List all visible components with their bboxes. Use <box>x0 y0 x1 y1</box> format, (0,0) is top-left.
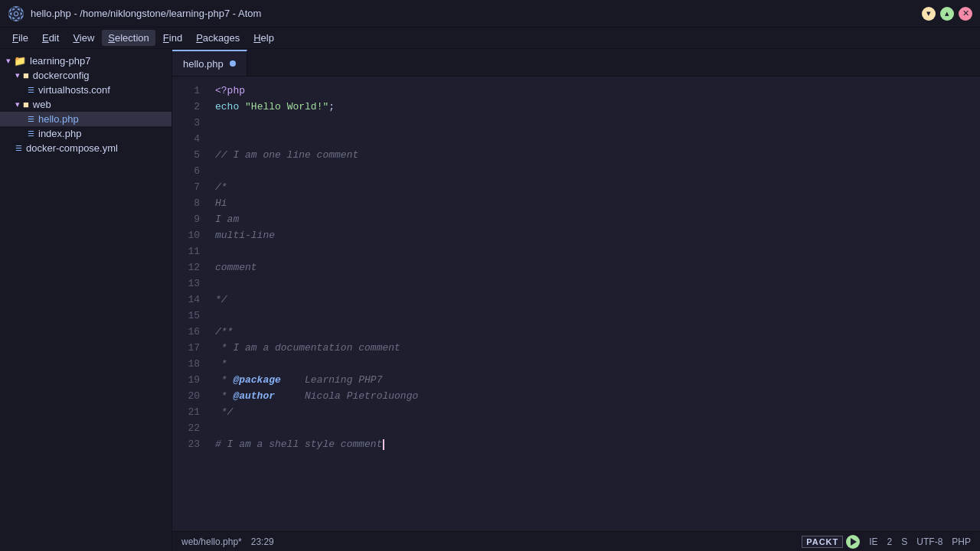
line-num-11: 11 <box>172 243 200 259</box>
line-num-7: 7 <box>172 179 200 195</box>
status-tabtype: S <box>901 536 907 547</box>
code-line-3 <box>215 115 980 131</box>
file-icon-hello: ☰ <box>28 115 34 123</box>
block-comment-word: comment <box>215 262 257 273</box>
packt-badge: PACKT <box>802 535 860 549</box>
root-folder-icon: 📁 <box>14 55 26 67</box>
menu-file[interactable]: File <box>6 30 34 46</box>
file-icon-index: ☰ <box>28 129 34 138</box>
status-position: 23:29 <box>251 536 274 547</box>
code-line-19: * @package Learning PHP7 <box>215 372 980 388</box>
file-icon-virtualhosts: ☰ <box>28 86 34 94</box>
echo-keyword: echo <box>215 101 239 112</box>
play-button[interactable] <box>846 535 860 549</box>
shell-comment: # I am a shell style comment <box>215 439 382 450</box>
code-line-8: Hi <box>215 195 980 211</box>
menu-help[interactable]: Help <box>247 30 280 46</box>
status-path: web/hello.php* <box>181 536 242 547</box>
close-button[interactable]: ✕ <box>959 7 972 21</box>
doc-comment-text: * I am a documentation comment <box>215 342 400 354</box>
line-num-20: 20 <box>172 388 200 404</box>
menu-packages[interactable]: Packages <box>190 30 246 46</box>
code-line-21: */ <box>215 404 980 420</box>
sidebar-item-hello-php[interactable]: ☰ hello.php <box>0 112 172 126</box>
code-line-15 <box>215 308 980 324</box>
line-num-21: 21 <box>172 404 200 420</box>
line-num-17: 17 <box>172 340 200 356</box>
text-cursor <box>383 439 384 450</box>
root-arrow-icon: ▾ <box>6 56 11 66</box>
tab-bar: hello.php <box>172 49 980 77</box>
code-content[interactable]: <?php echo "Hello World!"; // I am one l… <box>209 77 980 531</box>
block-comment-multiline: multi-line <box>215 230 275 241</box>
line-numbers: 1 2 3 4 5 6 7 8 9 10 11 12 13 14 15 16 1… <box>172 77 209 531</box>
code-line-7: /* <box>215 179 980 195</box>
line-num-2: 2 <box>172 99 200 115</box>
menu-selection[interactable]: Selection <box>102 30 155 46</box>
line-num-18: 18 <box>172 356 200 372</box>
line-num-5: 5 <box>172 147 200 163</box>
file-icon-docker-compose: ☰ <box>15 144 22 152</box>
sidebar-root[interactable]: ▾ 📁 learning-php7 <box>0 54 172 68</box>
line-num-10: 10 <box>172 227 200 243</box>
title-text: hello.php - /home/niklongstone/learning-… <box>31 8 261 19</box>
status-encoding: UTF-8 <box>916 536 942 547</box>
tab-label: hello.php <box>183 58 224 70</box>
doc-comment-pkg-val: Learning PHP7 <box>281 374 383 386</box>
sidebar-item-docker-compose[interactable]: ☰ docker-compose.yml <box>0 141 172 155</box>
code-line-20: * @author Nicola Pietroluongo <box>215 388 980 404</box>
sidebar-item-virtualhosts[interactable]: ☰ virtualhosts.conf <box>0 83 172 97</box>
svg-point-4 <box>15 12 18 15</box>
code-editor[interactable]: 1 2 3 4 5 6 7 8 9 10 11 12 13 14 15 16 1… <box>172 77 980 531</box>
line-num-12: 12 <box>172 259 200 276</box>
doc-comment-open: /** <box>215 326 233 337</box>
code-line-1: <?php <box>215 83 980 99</box>
line-num-9: 9 <box>172 211 200 227</box>
line-num-13: 13 <box>172 276 200 292</box>
code-line-12: comment <box>215 259 980 276</box>
line-num-14: 14 <box>172 292 200 308</box>
sidebar-item-dockerconfig[interactable]: ▾ ■ dockerconfig <box>0 68 172 83</box>
menu-bar: File Edit View Selection Find Packages H… <box>0 28 980 49</box>
tab-modified-dot <box>230 60 236 67</box>
code-line-13 <box>215 276 980 292</box>
minimize-button[interactable]: ▾ <box>922 7 936 21</box>
menu-edit[interactable]: Edit <box>36 30 65 46</box>
web-folder-icon: ■ <box>23 99 29 110</box>
menu-find[interactable]: Find <box>157 30 188 46</box>
tab-hello-php[interactable]: hello.php <box>172 50 247 76</box>
status-right: PACKT IE 2 S UTF-8 PHP <box>802 535 971 549</box>
title-bar-controls: ▾ ▴ ✕ <box>922 7 972 21</box>
doc-comment-star: * <box>215 358 227 370</box>
php-open-tag: <?php <box>215 85 245 96</box>
doc-comment-auth-star: * <box>215 390 233 402</box>
single-comment: // I am one line comment <box>215 149 358 161</box>
app-icon <box>8 5 24 22</box>
index-php-label: index.php <box>38 128 81 139</box>
sidebar-item-web[interactable]: ▾ ■ web <box>0 97 172 112</box>
code-line-14: */ <box>215 292 980 308</box>
menu-view[interactable]: View <box>67 30 100 46</box>
doc-comment-pkg-star: * <box>215 374 233 386</box>
block-comment-open: /* <box>215 181 227 193</box>
line-num-16: 16 <box>172 324 200 340</box>
sidebar-item-index-php[interactable]: ☰ index.php <box>0 126 172 141</box>
block-comment-close: */ <box>215 294 227 305</box>
status-indent: IE <box>869 536 877 547</box>
doc-comment-end: */ <box>215 406 233 418</box>
title-bar: hello.php - /home/niklongstone/learning-… <box>0 0 980 28</box>
code-line-17: * I am a documentation comment <box>215 340 980 356</box>
code-line-23: # I am a shell style comment <box>215 436 980 452</box>
line-num-3: 3 <box>172 115 200 131</box>
status-bar: web/hello.php* 23:29 PACKT IE 2 S UTF-8 … <box>172 531 980 551</box>
code-line-18: * <box>215 356 980 372</box>
code-line-9: I am <box>215 211 980 227</box>
line-num-15: 15 <box>172 308 200 324</box>
block-comment-hi: Hi <box>215 197 227 209</box>
dockerconfig-arrow-icon: ▾ <box>15 70 20 80</box>
main: ▾ 📁 learning-php7 ▾ ■ dockerconfig ☰ vir… <box>0 49 980 551</box>
hello-php-label: hello.php <box>38 113 79 125</box>
maximize-button[interactable]: ▴ <box>940 7 954 21</box>
web-arrow-icon: ▾ <box>15 99 20 109</box>
code-line-10: multi-line <box>215 227 980 243</box>
